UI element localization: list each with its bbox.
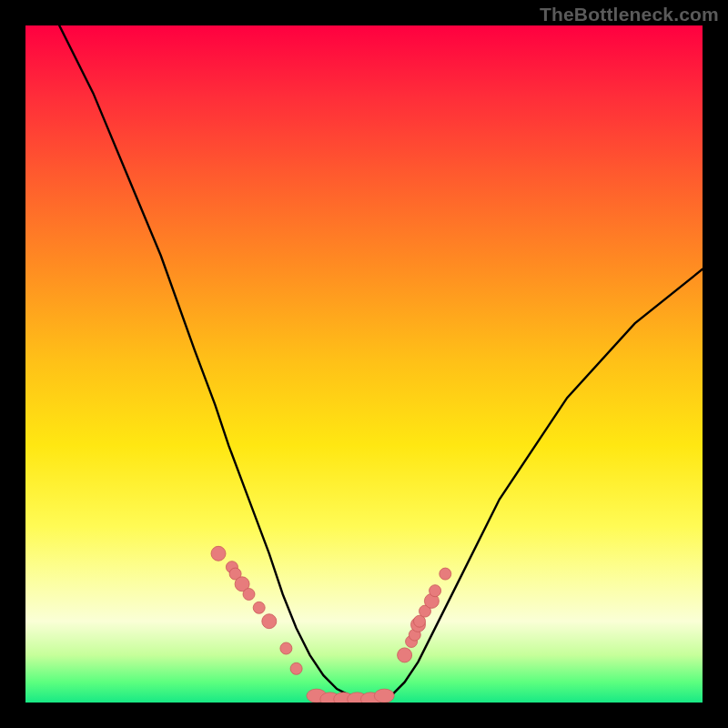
marker-dot (430, 585, 441, 597)
watermark-text: TheBottleneck.com (540, 4, 719, 25)
marker-dot (243, 589, 255, 601)
marker-dot (211, 546, 226, 561)
marker-band (374, 689, 394, 703)
marker-dot (440, 568, 451, 580)
chart-frame: TheBottleneck.com (0, 0, 728, 728)
chart-svg (25, 25, 703, 703)
marker-dot (290, 662, 302, 674)
plot-area (25, 25, 703, 703)
marker-dot (253, 602, 265, 613)
marker-dot (280, 642, 292, 654)
data-markers (211, 546, 451, 703)
bottleneck-curve (59, 25, 703, 699)
marker-dot (262, 614, 277, 629)
marker-dot (398, 648, 412, 662)
